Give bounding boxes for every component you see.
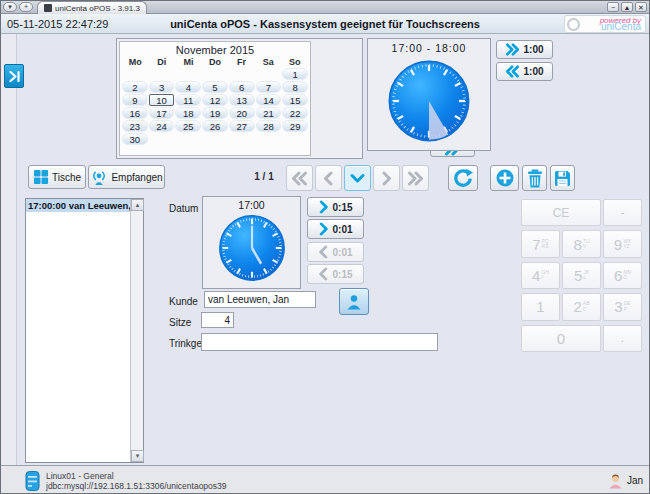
- keypad-1-label: 1: [536, 298, 544, 315]
- calendar-day[interactable]: 1: [282, 68, 308, 80]
- calendar-day[interactable]: 24: [149, 120, 175, 132]
- time-range-label: 17:00 - 18:00: [368, 42, 490, 54]
- calendar-day[interactable]: 17: [149, 107, 175, 119]
- time-minus-1-button[interactable]: 0:01: [307, 242, 364, 262]
- calendar-month-title: November 2015: [120, 44, 310, 56]
- calendar-day[interactable]: 18: [175, 107, 201, 119]
- save-floppy-icon: [554, 170, 571, 187]
- calendar-day[interactable]: 27: [229, 120, 255, 132]
- keypad-3-button[interactable]: 3DEF: [603, 293, 642, 320]
- reservation-time-clock[interactable]: [217, 213, 287, 283]
- calendar-day[interactable]: 20: [229, 107, 255, 119]
- logo-circle-icon: [567, 18, 580, 31]
- maximize-button[interactable]: ▲: [621, 2, 633, 12]
- scroll-down-button[interactable]: ▼: [131, 450, 144, 462]
- customer-input[interactable]: [204, 291, 316, 308]
- delete-record-button[interactable]: [522, 165, 547, 191]
- calendar-day[interactable]: 21: [256, 107, 282, 119]
- keypad-7-letters: PQRS: [542, 239, 549, 250]
- record-next-button[interactable]: [373, 165, 400, 191]
- keypad-5-button[interactable]: 5JKL: [562, 262, 601, 289]
- calendar-day[interactable]: 15: [282, 94, 308, 106]
- record-last-button[interactable]: [402, 165, 429, 191]
- current-user-name[interactable]: Jan: [627, 475, 643, 486]
- seats-input[interactable]: [201, 312, 234, 328]
- window-tab[interactable]: uniCenta oPOS - 3.91.3: [37, 1, 147, 14]
- keypad-7-button[interactable]: 7PQRS: [521, 230, 560, 257]
- refresh-button[interactable]: [448, 165, 478, 191]
- calendar-day[interactable]: 4: [175, 81, 201, 93]
- add-record-button[interactable]: [490, 165, 519, 191]
- calendar-day[interactable]: 30: [122, 133, 148, 145]
- keypad-6-label: 6: [614, 267, 622, 284]
- calendar-day[interactable]: 2: [122, 81, 148, 93]
- add-hour-button[interactable]: 1:00: [496, 40, 553, 59]
- time-plus-1-button[interactable]: 0:01: [307, 219, 364, 239]
- calendar-day[interactable]: 29: [282, 120, 308, 132]
- window-menu-button[interactable]: ▾: [3, 2, 17, 12]
- receive-button[interactable]: Empfangen: [88, 165, 165, 189]
- time-range-clock[interactable]: [385, 57, 473, 145]
- reservation-list-item-selected[interactable]: 17:00:00 van Leeuwen, Ja: [26, 199, 130, 212]
- customer-search-button[interactable]: [339, 288, 369, 315]
- calendar-day: [122, 68, 148, 80]
- time-minus-15-button[interactable]: 0:15: [307, 264, 364, 284]
- window-title: uniCenta oPOS - 3.91.3: [55, 4, 140, 13]
- calendar-day[interactable]: 28: [256, 120, 282, 132]
- calendar-day[interactable]: 11: [175, 94, 201, 106]
- save-record-button[interactable]: [550, 165, 575, 191]
- keypad-dot-button[interactable]: .: [603, 325, 642, 352]
- reservation-time-panel: 17:00: [202, 196, 301, 289]
- sidebar-expand-button[interactable]: [4, 64, 24, 88]
- calendar-day: [229, 133, 255, 145]
- keypad-1-button[interactable]: 1: [521, 293, 560, 320]
- chevron-right-icon: [318, 200, 329, 214]
- reservation-list[interactable]: 17:00:00 van Leeuwen, Ja ▲ ▼: [25, 198, 144, 463]
- calendar-day[interactable]: 13: [229, 94, 255, 106]
- calendar-day-selected[interactable]: 10: [149, 94, 175, 106]
- calendar-day[interactable]: 12: [202, 94, 228, 106]
- calendar-day[interactable]: 25: [175, 120, 201, 132]
- keypad-4-button[interactable]: 4GHI: [521, 262, 560, 289]
- keypad-5-letters: JKL: [583, 270, 589, 281]
- window-shade-button[interactable]: +: [19, 2, 33, 12]
- keypad-8-button[interactable]: 8TUV: [562, 230, 601, 257]
- logo-brand-text: uniCenta: [601, 21, 641, 32]
- calendar-day[interactable]: 3: [149, 81, 175, 93]
- calendar-day[interactable]: 23: [122, 120, 148, 132]
- keypad-minus-button[interactable]: -: [603, 199, 642, 226]
- record-list-dropdown-button[interactable]: [344, 165, 371, 191]
- record-page-indicator: 1 / 1: [241, 171, 287, 182]
- calendar-day[interactable]: 26: [202, 120, 228, 132]
- keypad-2-button[interactable]: 2ABC: [562, 293, 601, 320]
- record-first-button[interactable]: [286, 165, 313, 191]
- list-scrollbar[interactable]: ▲ ▼: [130, 199, 143, 462]
- keypad-6-button[interactable]: 6MNO: [603, 262, 642, 289]
- calendar-day[interactable]: 9: [122, 94, 148, 106]
- calendar-day[interactable]: 5: [202, 81, 228, 93]
- tip-input[interactable]: [201, 333, 438, 351]
- status-bar: Linux01 - General jdbc:mysql://192.168.1…: [1, 465, 649, 494]
- keypad-9-button[interactable]: 9WXYZ: [603, 230, 642, 257]
- keypad-ce-button[interactable]: CE: [521, 199, 601, 226]
- app-title: uniCenta oPOS - Kassensystem geeignet fü…: [1, 18, 649, 30]
- calendar-day: [149, 133, 175, 145]
- calendar-day[interactable]: 7: [256, 81, 282, 93]
- subtract-hour-button[interactable]: 1:00: [496, 62, 553, 81]
- time-plus-15-button[interactable]: 0:15: [307, 197, 364, 217]
- calendar-day[interactable]: 16: [122, 107, 148, 119]
- tables-button[interactable]: Tische: [28, 165, 86, 189]
- calendar-day[interactable]: 8: [282, 81, 308, 93]
- keypad-0-button[interactable]: 0: [521, 325, 601, 352]
- subtract-hour-label: 1:00: [523, 66, 543, 77]
- minimize-button[interactable]: −: [607, 2, 619, 12]
- calendar-day[interactable]: 14: [256, 94, 282, 106]
- scroll-up-button[interactable]: ▲: [131, 199, 144, 211]
- status-host: Linux01 - General: [46, 471, 227, 481]
- close-button[interactable]: ✕: [635, 2, 647, 12]
- record-prev-button[interactable]: [315, 165, 342, 191]
- calendar-day[interactable]: 19: [202, 107, 228, 119]
- time-minus-15-label: 0:15: [332, 269, 352, 280]
- calendar-day[interactable]: 6: [229, 81, 255, 93]
- calendar-day[interactable]: 22: [282, 107, 308, 119]
